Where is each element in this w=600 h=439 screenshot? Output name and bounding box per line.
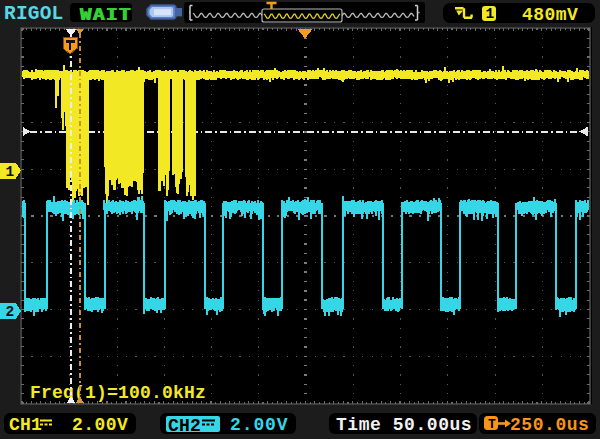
svg-text:Freq(1)=100.0kHz: Freq(1)=100.0kHz	[30, 383, 206, 403]
svg-text:1: 1	[6, 164, 15, 180]
svg-text:2: 2	[6, 304, 15, 320]
